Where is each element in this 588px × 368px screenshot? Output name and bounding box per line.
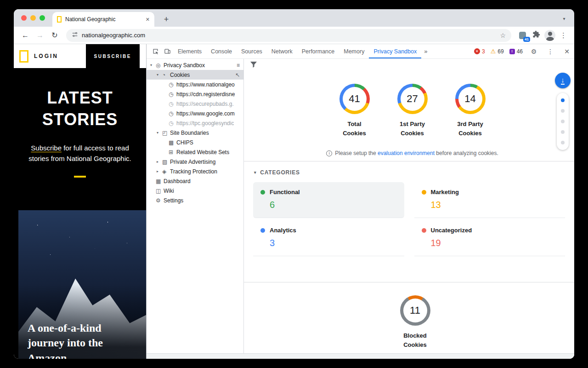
scroll-dot-active[interactable] (561, 98, 565, 102)
warning-badge[interactable]: ⚠ 69 (491, 48, 504, 55)
tree-item-chips[interactable]: ▩ CHIPS (147, 138, 243, 147)
chevron-down-icon[interactable]: ▾ (254, 170, 256, 175)
tree-item-related-website-sets[interactable]: ⊞ Related Website Sets (147, 147, 243, 157)
scroll-dot[interactable] (561, 120, 565, 123)
profile-avatar[interactable] (544, 30, 555, 41)
donut-blocked-cookies: 11 (400, 295, 430, 326)
tab-list-chevron-icon[interactable]: ▾ (559, 13, 570, 24)
tree-menu-icon[interactable]: ≡ (237, 62, 240, 69)
tab-memory[interactable]: Memory (339, 44, 369, 58)
back-button[interactable]: ← (19, 29, 31, 41)
puzzle-icon (532, 30, 540, 40)
url-text[interactable]: nationalgeographic.com (82, 32, 496, 39)
tab-close-icon[interactable]: ✕ (146, 17, 150, 23)
horizontal-scrollbar[interactable] (147, 353, 574, 359)
third-party-label: 3rd PartyCookies (449, 120, 492, 138)
tree-item-cookie-origin-3[interactable]: ◷ https://securepubads.g. (147, 99, 243, 109)
cookies-report-panel: 41 TotalCookies 27 1st PartyCookies (244, 59, 574, 353)
zoom-window-button[interactable] (40, 15, 45, 21)
tree-item-cookie-origin-2[interactable]: ◷ https://cdn.registerdisne (147, 89, 243, 99)
category-value: 6 (270, 200, 397, 210)
browser-toolbar: ← → ↻ nationalgeographic.com ☆ 41 ⋮ (14, 27, 574, 44)
category-analytics[interactable]: Analytics 3 (253, 220, 404, 256)
devtools-menu-icon[interactable]: ⋮ (545, 48, 556, 55)
tree-item-settings[interactable]: ⚙ Settings (147, 196, 243, 205)
inspect-cookies-icon[interactable]: ↖ (235, 72, 240, 78)
subscribe-text-link[interactable]: Subscribe (31, 144, 62, 152)
site-header: LOGIN SUBSCRIBE (14, 44, 146, 68)
issues-badge[interactable]: ! 46 (509, 48, 523, 55)
tree-label: Site Boundaries (170, 130, 209, 136)
bookmark-star-icon[interactable]: ☆ (500, 32, 506, 39)
more-tabs-icon[interactable]: » (421, 48, 430, 55)
download-report-button[interactable]: ↓ (555, 73, 571, 88)
tab-network[interactable]: Network (267, 44, 297, 58)
tree-label: https://www.nationalgeo (176, 81, 235, 88)
promo-text: Subscribe for full access to read storie… (21, 143, 139, 164)
donut-total-cookies: 41 (339, 84, 370, 114)
browser-menu-button[interactable]: ⋮ (558, 31, 569, 40)
inspect-element-icon[interactable] (149, 44, 161, 58)
info-text: Please setup the evaluation environment … (335, 150, 498, 156)
chart-blocked-cookies: 11 BlockedCookies (394, 295, 436, 350)
tab-elements[interactable]: Elements (173, 44, 206, 58)
extension-button[interactable]: 41 (517, 30, 528, 41)
hero-photo[interactable]: A one-of-a-kind journey into the Amazon (18, 210, 146, 359)
tree-item-private-advertising[interactable]: ▸ ▧ Private Advertising (147, 157, 243, 167)
tree-item-wiki[interactable]: ◫ Wiki (147, 186, 243, 196)
browser-window: National Geographic ✕ + ▾ ← → ↻ national… (14, 9, 574, 359)
category-functional[interactable]: Functional 6 (253, 182, 404, 218)
expander-icon[interactable]: ▾ (150, 63, 156, 67)
tree-item-cookie-origin-1[interactable]: ◷ https://www.nationalgeo (147, 80, 243, 89)
scroll-dot[interactable] (561, 130, 565, 134)
warning-count: 69 (498, 48, 503, 55)
devtools-tab-bar: Elements Console Sources Network Perform… (147, 44, 574, 59)
tab-sources[interactable]: Sources (237, 44, 267, 58)
section-scroll-indicator[interactable] (557, 93, 569, 150)
evaluation-environment-link[interactable]: evaluation environment (378, 150, 435, 156)
tree-label: Tracking Protection (170, 168, 217, 175)
category-uncategorized[interactable]: Uncategorized 19 (414, 220, 565, 256)
tree-item-tracking-protection[interactable]: ▸ ◈ Tracking Protection (147, 167, 243, 176)
devtools-close-icon[interactable]: ✕ (561, 48, 572, 55)
scroll-dot[interactable] (561, 141, 565, 144)
categories-header[interactable]: ▾ CATEGORIES (254, 169, 574, 176)
scroll-dot[interactable] (561, 109, 565, 113)
tab-console[interactable]: Console (206, 44, 237, 58)
close-window-button[interactable] (21, 15, 27, 21)
tab-performance[interactable]: Performance (297, 44, 339, 58)
device-toolbar-icon[interactable] (161, 44, 173, 58)
expander-icon[interactable]: ▸ (157, 160, 162, 164)
reload-button[interactable]: ↻ (49, 29, 61, 41)
hero-caption[interactable]: A one-of-a-kind journey into the Amazon (28, 321, 134, 359)
browser-tab[interactable]: National Geographic ✕ (52, 12, 154, 27)
filter-funnel-icon[interactable] (250, 61, 257, 69)
minimize-window-button[interactable] (30, 15, 36, 21)
new-tab-button[interactable]: + (160, 13, 173, 26)
subscribe-button[interactable]: SUBSCRIBE (86, 44, 140, 68)
tree-item-site-boundaries[interactable]: ▾ ◰ Site Boundaries (147, 128, 243, 138)
avatar-head (548, 32, 552, 36)
tree-item-cookie-origin-4[interactable]: ◷ https://www.google.com (147, 109, 243, 118)
expander-icon[interactable]: ▾ (157, 131, 162, 135)
expander-icon[interactable]: ▾ (157, 73, 162, 77)
tree-item-privacy-sandbox[interactable]: ▾ ◎ Privacy Sandbox ≡ (147, 60, 243, 70)
tree-item-cookies[interactable]: ▾ ◔ Cookies ↖ (147, 70, 243, 80)
hero-headline: LATEST STORIES (34, 87, 126, 131)
expander-icon[interactable]: ▸ (157, 169, 162, 173)
forward-button[interactable]: → (34, 29, 46, 41)
clock-icon: ◷ (169, 110, 176, 117)
error-badge[interactable]: ✕ 3 (474, 48, 485, 55)
tab-privacy-sandbox[interactable]: Privacy Sandbox (369, 44, 421, 58)
tree-item-cookie-origin-5[interactable]: ◷ https://tpc.googlesyndic (147, 118, 243, 128)
site-settings-icon[interactable] (72, 31, 78, 40)
category-marketing[interactable]: Marketing 13 (414, 182, 565, 218)
address-bar[interactable]: nationalgeographic.com ☆ (66, 29, 511, 42)
tree-item-dashboard[interactable]: ▦ Dashboard (147, 176, 243, 186)
extensions-menu-button[interactable] (531, 30, 542, 41)
devtools-settings-icon[interactable]: ⚙ (528, 48, 539, 55)
tab-strip: National Geographic ✕ + ▾ (14, 9, 574, 27)
analytics-dot (260, 228, 265, 233)
natgeo-logo[interactable] (19, 50, 28, 63)
login-link[interactable]: LOGIN (34, 53, 58, 59)
